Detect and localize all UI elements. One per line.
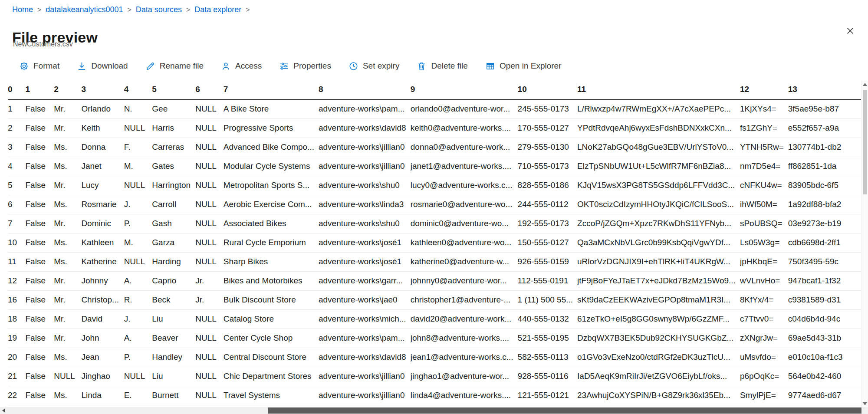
table-cell: c9381589-d31 [788,290,861,309]
column-header: 10 [518,80,577,99]
table-cell: orlando0@adventure-wor... [411,99,518,118]
table-cell: NULL [195,157,224,176]
table-cell: NULL [195,99,224,118]
table-cell: False [26,271,54,290]
delete-file-button[interactable]: Delete file [417,61,468,71]
table-cell: Bulk Discount Store [224,290,319,309]
table-cell: KJqV15wsX3PG8TS5GSddp6LFFVdd3C... [577,176,740,195]
table-cell: 926-555-0159 [518,252,577,271]
table-cell: Dominic [81,214,124,233]
horizontal-scrollbar[interactable] [0,407,861,414]
column-header: 4 [124,80,152,99]
scroll-up-arrow-icon[interactable] [862,81,868,88]
table-cell: 61zeTkO+eI5g8GG0swny8Wp/6GzZMF... [577,309,740,329]
table-cell: Beck [152,290,195,309]
column-header: 9 [411,80,518,99]
set-expiry-button[interactable]: Set expiry [349,61,399,71]
sliders-icon [279,61,289,71]
table-cell: False [26,290,54,309]
table-cell: Gash [152,214,195,233]
table-row: 19FalseMr.JohnA.BeaverNULLCenter Cycle S… [8,329,861,348]
table-cell: 279-555-0130 [518,138,577,157]
properties-button[interactable]: Properties [279,61,331,71]
table-row: 5FalseMr.LucyNULLHarringtonNULLMetropoli… [8,176,861,195]
table-icon [485,61,495,71]
download-icon [77,61,87,71]
table-cell: Modular Cycle Systems [224,157,319,176]
toolbar-label-download: Download [91,61,128,71]
table-row: 11FalseMs.KatherineNULLHardingNULLSharp … [8,252,861,271]
column-header: 5 [152,80,195,99]
table-cell: A Bike Store [224,99,319,118]
column-header: 8 [319,80,411,99]
table-cell: Carroll [152,195,195,214]
table-cell: adventure-works\josé1 [319,252,411,271]
breadcrumb-separator: > [246,6,250,14]
table-cell: 750f3495-59c [788,252,861,271]
table-cell: 4 [8,157,26,176]
table-cell: Liu [152,309,195,329]
table-cell: Jinghao [81,367,124,386]
table-cell: Gates [152,157,195,176]
access-button[interactable]: Access [221,61,262,71]
table-cell: Mr. [54,309,81,329]
format-button[interactable]: Format [19,61,59,71]
table-cell: 1 (11) 500 55... [518,290,577,309]
rename-file-button[interactable]: Rename file [145,61,204,71]
scroll-left-arrow-icon[interactable] [0,407,7,414]
table-cell: Mr. [54,329,81,348]
table-cell: adventure-works\jillian0 [319,157,411,176]
vertical-scrollbar-thumb[interactable] [863,90,867,194]
table-cell: Burnett [152,386,195,405]
table-cell: 440-555-0132 [518,309,577,329]
table-cell: False [26,176,54,195]
horizontal-scrollbar-thumb[interactable] [268,407,861,414]
breadcrumb-item-account[interactable]: datalakeanalytics0001 [46,5,123,14]
table-cell: p6pOqKc= [740,367,788,386]
table-cell: Mr. [54,99,81,118]
column-header: 6 [195,80,224,99]
breadcrumb: Home > datalakeanalytics0001 > Data sour… [12,5,250,14]
table-cell: J. [124,309,152,329]
table-cell: adventure-works\josé1 [319,233,411,252]
column-header: 0 [8,80,26,99]
table-cell: 8KfYx/4= [740,290,788,309]
table-cell: adventure-works\david8 [319,118,411,138]
breadcrumb-item-data-explorer[interactable]: Data explorer [194,5,241,14]
vertical-scrollbar[interactable] [861,81,868,407]
table-cell: NULL [195,386,224,405]
pencil-icon [145,61,155,71]
table-cell: 828-555-0186 [518,176,577,195]
table-body: 1FalseMr.OrlandoN.GeeNULLA Bike Storeadv… [8,99,861,405]
table-header-row: 012345678910111213 [8,80,861,99]
download-button[interactable]: Download [77,61,128,71]
close-button[interactable] [844,24,857,37]
table-cell: nm7D5e4= [740,157,788,176]
table-cell: 170-555-0127 [518,118,577,138]
table-cell: 18 [8,309,26,329]
table-cell: False [26,233,54,252]
table-cell: Ms. [54,195,81,214]
table-cell: 21 [8,367,26,386]
table-cell: Ms. [54,157,81,176]
breadcrumb-item-data-sources[interactable]: Data sources [136,5,182,14]
table-cell: adventure-works\pam... [319,99,411,118]
table-cell: adventure-works\jillian0 [319,138,411,157]
table-cell: Jr. [195,290,224,309]
table-cell: 521-555-0195 [518,329,577,348]
breadcrumb-item-home[interactable]: Home [12,5,33,14]
table-cell: jinghao1@adventure-wor... [411,367,518,386]
table-cell: Donna [81,138,124,157]
open-in-explorer-button[interactable]: Open in Explorer [485,61,562,71]
table-cell: 2 [8,118,26,138]
table-cell: Sharp Bikes [224,252,319,271]
table-cell: keith0@adventure-works.... [411,118,518,138]
table-cell: 121-555-0121 [518,386,577,405]
table-cell: OKT0scizCdIzymHHOtyJKQiC/fCILSooS... [577,195,740,214]
table-cell: NULL [54,367,81,386]
table-cell: Mr. [54,290,81,309]
table-cell: Rosmarie [81,195,124,214]
table-cell: NULL [195,138,224,157]
scroll-down-arrow-icon[interactable] [862,400,868,407]
table-cell: katherine0@adventure-w... [411,252,518,271]
